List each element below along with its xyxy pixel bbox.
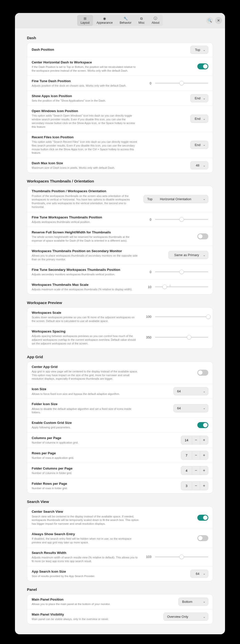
always-search-toggle[interactable] [197, 535, 208, 541]
group-panel: Main Panel PositionAllows you to place t… [27, 594, 213, 624]
reserve-fullscreen-toggle[interactable] [197, 234, 208, 240]
group-dash: Dash Position Top Center Horizontal Dash… [27, 42, 213, 173]
open-windows-dropdown[interactable]: End [190, 114, 208, 123]
wrench-icon: 🔧 [123, 16, 127, 20]
eye-icon: ◉ [103, 16, 107, 20]
row-center-appgrid: Center App GridApp grid in app view page… [27, 362, 213, 384]
panel-visibility-dropdown[interactable]: Overview Only [163, 612, 208, 621]
ws-scale-slider[interactable]: 100 [143, 315, 208, 318]
tab-layout[interactable]: ⊞ Layout [77, 15, 93, 26]
tab-misc[interactable]: ⧉ Misc [135, 15, 148, 26]
folder-icon-size-dropdown[interactable]: 64 [173, 404, 208, 412]
section-title-wspreview: Workspace Preview [27, 300, 213, 305]
custom-grid-toggle[interactable] [197, 422, 208, 428]
row-desc: This option adds "Search Recent Files" i… [32, 140, 139, 155]
row-title: Center Search View [32, 510, 193, 514]
center-dash-toggle[interactable] [197, 64, 208, 70]
row-desc: Search view will be centered to the disp… [32, 515, 139, 526]
tab-label: Misc [138, 21, 145, 24]
row-recent-files-icon: Recent Files Icon PositionThis option ad… [27, 132, 213, 158]
misc-icon: ⧉ [139, 16, 143, 20]
dash-position-dropdown[interactable]: Top [190, 46, 208, 54]
thumbs-secondary-dropdown[interactable]: Same as Primary [168, 251, 208, 259]
row-desc: Adjusts maximum scale of the workspaces … [32, 288, 139, 291]
row-finetune-dash: Fine Tune Dash PositionAdjusts position … [27, 76, 213, 91]
row-desc: Position of the workspaces thumbnails on… [32, 194, 139, 209]
search-width-slider[interactable]: 103 [143, 555, 208, 559]
plus-button[interactable]: + [200, 436, 208, 444]
folder-columns-stepper[interactable]: 4−+ [181, 466, 208, 475]
recent-files-dropdown[interactable]: End [190, 141, 208, 149]
icon-size-dropdown[interactable]: 64 [173, 387, 208, 396]
thumbs-maxscale-slider[interactable]: 10 [143, 285, 208, 289]
rows-stepper[interactable]: 7−+ [181, 451, 208, 460]
plus-button[interactable]: + [200, 451, 208, 460]
center-appgrid-toggle[interactable] [197, 370, 208, 376]
row-desc: The whole screen height/width will be re… [32, 235, 139, 242]
row-desc: Adjusts spacing between workspaces previ… [32, 334, 139, 346]
row-columns: Columns per PageNumber of columns in app… [27, 432, 213, 448]
row-title: Main Panel Position [32, 597, 174, 602]
columns-stepper[interactable]: 14−+ [181, 436, 208, 444]
show-apps-dropdown[interactable]: End [190, 94, 208, 102]
row-thumbs-secondary: Workspaces Thumbnails Position on Second… [27, 246, 213, 264]
row-desc: Adjusts position of the dock on chosen a… [32, 84, 139, 88]
row-ws-scale: Workspaces ScaleScales down workspaces p… [27, 308, 213, 326]
plus-button[interactable]: + [200, 482, 208, 490]
row-finetune-thumbs: Fine Tune Workspaces Thumbnails Position… [27, 212, 213, 227]
finetune-dash-slider[interactable]: 0 [143, 81, 208, 85]
search-button[interactable]: 🔍 [206, 17, 213, 24]
thumbs-position-dropdown[interactable]: TopHorizontal Orientation [143, 195, 208, 203]
section-title-wsthumbs: Workspaces Thumbnails / Orientation [27, 179, 213, 183]
row-title: Folder Columns per Page [32, 466, 176, 471]
info-icon: ⓘ [153, 16, 157, 20]
row-desc: Maximum size of Dash icons in pixels. Wo… [32, 166, 139, 170]
minus-button[interactable]: − [192, 436, 200, 444]
row-desc: Sets the position of the "Show Applicati… [32, 99, 139, 102]
row-desc: Allows to disable the default adaptive a… [32, 407, 139, 414]
tab-appearance[interactable]: ◉ Appearance [93, 15, 116, 26]
row-title: Dash Max Icon Size [32, 161, 186, 166]
tab-behavior[interactable]: 🔧 Behavior [116, 15, 135, 26]
close-button[interactable]: ✕ [215, 17, 222, 24]
row-title: Always Show Search Entry [32, 532, 193, 536]
group-search: Center Search ViewSearch view will be ce… [27, 506, 213, 581]
layout-icon: ⊞ [83, 16, 87, 20]
tab-label: About [152, 21, 159, 24]
ws-spacing-slider[interactable]: 350 [143, 336, 208, 339]
row-desc: Scales down workspaces preview so you ca… [32, 316, 139, 323]
section-title-search: Search View [27, 500, 213, 504]
folder-rows-stepper[interactable]: 3−+ [181, 481, 208, 490]
section-title-appgrid: App Grid [27, 355, 213, 359]
row-title: Reserve Full Screen Height/Width for Thu… [32, 230, 193, 235]
minus-button[interactable]: − [192, 451, 200, 460]
tab-label: Appearance [97, 21, 113, 24]
minus-button[interactable]: − [192, 482, 200, 490]
dash-max-icon-dropdown[interactable]: 48 [190, 161, 208, 170]
row-icon-size: Icon SizeAllows to force fixed icon size… [27, 384, 213, 399]
header-bar: ⊞ Layout ◉ Appearance 🔧 Behavior ⧉ Misc … [15, 13, 225, 28]
close-icon: ✕ [217, 18, 220, 22]
finetune-secondary-slider[interactable]: 0 [143, 270, 208, 274]
minus-button[interactable]: − [192, 466, 200, 475]
plus-button[interactable]: + [200, 466, 208, 475]
section-title-dash: Dash [27, 36, 213, 40]
row-folder-icon-size: Folder Icon SizeAllows to disable the de… [27, 399, 213, 418]
row-title: Rows per Page [32, 451, 176, 456]
row-title: Columns per Page [32, 436, 176, 440]
row-folder-rows: Folder Rows per PageNumber of rows in fo… [27, 478, 213, 493]
row-title: App Search Icon Size [32, 569, 186, 574]
tab-about[interactable]: ⓘ About [148, 15, 163, 26]
row-desc: Allows you to place the main panel at th… [32, 602, 139, 606]
row-title: Fine Tune Workspaces Thumbnails Position [32, 215, 139, 220]
center-search-toggle[interactable] [197, 515, 208, 521]
finetune-thumbs-slider[interactable]: 0 [143, 218, 208, 222]
panel-position-dropdown[interactable]: Bottom [178, 598, 208, 606]
row-desc: Number of rows in application grid. [32, 456, 139, 460]
search-icon-size-dropdown[interactable]: 64 [190, 570, 208, 578]
row-desc: Adjusts workspaces thumbnails vertical p… [32, 220, 139, 224]
group-wsthumbs: Thumbnails Position / Workspaces Orienta… [27, 186, 213, 294]
row-desc: Apply following grid parameters. [32, 426, 139, 429]
row-desc: If disabled, the search entry field will… [32, 537, 139, 544]
row-title: Workspaces Thumbnails Max Scale [32, 282, 139, 287]
